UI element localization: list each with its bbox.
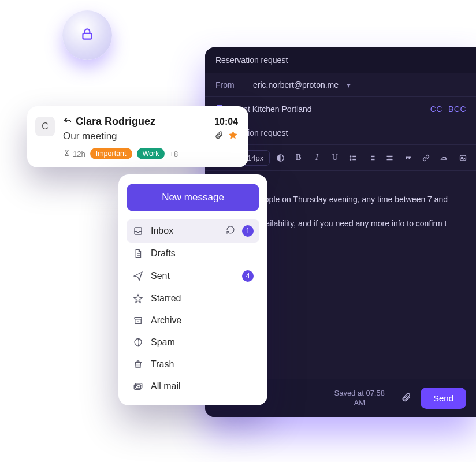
lock-icon (80, 27, 95, 44)
contrast-button[interactable] (272, 150, 288, 166)
sender-name: Clara Rodriguez (76, 116, 155, 128)
svg-point-5 (350, 157, 351, 158)
sidebar-item-sent[interactable]: Sent 4 (127, 264, 259, 288)
chevron-down-icon[interactable]: ▾ (347, 80, 351, 90)
saved-line-2: AM (334, 398, 384, 408)
star-outline-icon (132, 293, 144, 304)
message-time: 10:04 (214, 117, 238, 127)
star-icon[interactable] (228, 130, 238, 142)
compose-header: Reservation request (205, 47, 476, 73)
message-subject: Our meeting (63, 131, 117, 142)
sidebar-item-label: Spam (151, 337, 254, 348)
avatar: C (35, 117, 55, 136)
cc-button[interactable]: CC (430, 105, 442, 114)
unread-badge: 1 (242, 225, 254, 237)
expiration-value: 12h (73, 150, 85, 158)
expiration-badge: 12h (63, 149, 85, 158)
sidebar-item-archive[interactable]: Archive (127, 310, 259, 331)
label-more-count[interactable]: +8 (169, 150, 178, 158)
sidebar-item-spam[interactable]: Spam (127, 331, 259, 353)
sidebar-item-trash[interactable]: Trash (127, 353, 259, 375)
attachment-icon (214, 131, 224, 142)
reply-icon (63, 116, 72, 128)
from-value[interactable]: eric.norbert@proton.me (253, 80, 339, 90)
archive-icon (132, 315, 144, 326)
subject-input[interactable] (215, 128, 466, 137)
label-important[interactable]: Important (90, 148, 132, 159)
bold-button[interactable]: B (291, 150, 307, 166)
attach-button[interactable] (401, 392, 411, 404)
svg-rect-16 (460, 155, 466, 161)
new-message-button[interactable]: New message (127, 184, 259, 211)
link-button[interactable] (418, 150, 434, 166)
numbered-list-button[interactable] (363, 150, 380, 166)
align-button[interactable] (382, 150, 398, 166)
spam-icon (132, 337, 144, 348)
bcc-button[interactable]: BCC (448, 105, 466, 114)
message-sender: Clara Rodriguez (63, 116, 155, 128)
compose-from-row: From eric.norbert@proton.me ▾ (205, 73, 476, 97)
inbox-icon (132, 226, 144, 236)
label-work[interactable]: Work (137, 148, 165, 159)
trash-icon (132, 359, 144, 370)
bullet-list-button[interactable] (345, 150, 362, 166)
saved-status: Saved at 07:58 AM (334, 389, 384, 408)
sidebar-item-label: Archive (151, 315, 254, 326)
quote-button[interactable] (400, 150, 416, 166)
sent-icon (132, 271, 144, 281)
send-button[interactable]: Send (421, 388, 466, 409)
refresh-icon[interactable] (226, 225, 235, 237)
unread-badge: 4 (242, 270, 254, 282)
sidebar-item-label: Sent (151, 271, 235, 281)
sidebar-item-starred[interactable]: Starred (127, 288, 259, 310)
sidebar-item-label: Trash (151, 359, 254, 370)
lock-badge (62, 10, 112, 60)
allmail-icon (132, 381, 144, 392)
sidebar-item-inbox[interactable]: Inbox 1 (127, 219, 259, 243)
compose-title: Reservation request (215, 55, 288, 65)
folder-sidebar: New message Inbox 1 Drafts Sent 4 Starre… (118, 174, 267, 405)
clear-format-button[interactable] (437, 150, 453, 166)
svg-rect-0 (83, 33, 91, 39)
insert-image-button[interactable] (455, 150, 471, 166)
drafts-icon (132, 248, 144, 259)
italic-button[interactable]: I (308, 150, 325, 166)
sidebar-item-label: Starred (151, 293, 254, 304)
underline-button[interactable]: U (327, 150, 343, 166)
svg-point-4 (350, 155, 351, 156)
saved-line-1: Saved at 07:58 (334, 389, 384, 398)
from-label: From (215, 80, 247, 90)
svg-rect-20 (135, 318, 142, 319)
sidebar-item-drafts[interactable]: Drafts (127, 243, 259, 264)
sidebar-item-label: All mail (151, 381, 254, 392)
svg-point-6 (350, 159, 351, 160)
sidebar-item-label: Drafts (151, 248, 254, 259)
message-card[interactable]: C Clara Rodriguez 10:04 Our meeting 12h … (27, 106, 248, 167)
hourglass-icon (63, 149, 70, 158)
sidebar-item-label: Inbox (151, 226, 219, 236)
sidebar-item-allmail[interactable]: All mail (127, 375, 259, 397)
